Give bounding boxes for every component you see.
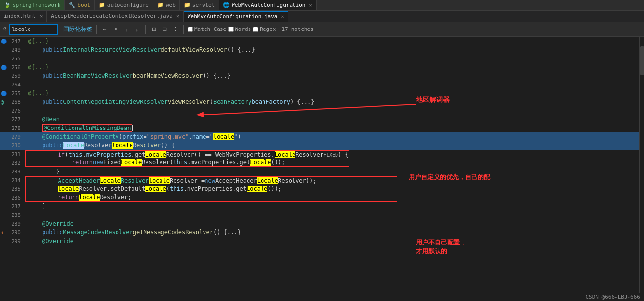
words-checkbox[interactable]	[228, 27, 234, 32]
code-line-259: public BeanNameViewResolver beanNameView…	[24, 72, 639, 80]
code-line-265: @{...}	[24, 89, 639, 98]
code-line-264	[24, 80, 639, 89]
folder-icon: 📁	[99, 2, 105, 8]
gutter-285: 285	[0, 185, 24, 193]
code-line-284: AcceptHeader Locale Resolver locale Reso…	[25, 176, 397, 185]
matches-count: 17 matches	[281, 26, 313, 32]
regex-option[interactable]: Regex	[253, 26, 276, 32]
vertical-scrollbar[interactable]	[639, 37, 644, 301]
code-line-280: public Locale Resolver locale R esolver …	[24, 141, 639, 150]
gutter-283: 283	[0, 167, 24, 176]
boot-icon: 🔧	[69, 2, 75, 8]
file-tab-acceptheader[interactable]: AcceptHeaderLocaleContextResolver.java ✕	[47, 11, 184, 22]
code-line-255	[24, 54, 639, 63]
down-btn[interactable]: ↓	[132, 25, 141, 34]
close-acceptheader-tab[interactable]: ✕	[176, 14, 179, 19]
up-btn[interactable]: ↑	[122, 25, 131, 34]
code-line-283: }	[24, 167, 639, 176]
more-btn[interactable]: ⋮	[171, 25, 179, 34]
code-line-289: @Override	[24, 219, 639, 228]
footer-credit: CSDN @666-LBJ-666	[582, 293, 644, 301]
gutter-299: 299	[0, 237, 24, 245]
code-line-277: @Bean	[24, 115, 639, 124]
locale-highlight-280-method: locale	[112, 142, 132, 149]
gutter-282: 282	[0, 158, 24, 167]
gutter-265: 🔵265	[0, 89, 24, 98]
search-toolbar: 🖨 国际化标签 ← ✕ ↑ ↓ ⊞ ⊟ ⋮ Match Case Words R…	[0, 22, 644, 37]
locale-highlight-279: locale	[213, 133, 234, 140]
tab-springframework[interactable]: 🍃 springframework	[0, 0, 65, 11]
code-line-268: public ContentNegotiatingViewResolver vi…	[24, 98, 639, 106]
code-line-282: return new Fixed Locale Resolver( this .…	[25, 158, 349, 167]
collapse-btn[interactable]: ⊟	[160, 25, 169, 34]
regex-checkbox[interactable]	[253, 27, 258, 32]
code-line-276	[24, 106, 639, 115]
code-line-249: public InternalResourceViewResolver defa…	[24, 45, 639, 54]
close-webmvc-tab[interactable]: ✕	[309, 2, 312, 8]
gutter-276: 276	[0, 106, 24, 115]
gutter-279: 279	[0, 132, 24, 141]
tab-autoconfigure[interactable]: 📁 autoconfigure	[95, 0, 153, 11]
fold-247[interactable]: 🔵	[1, 39, 7, 44]
gutter-277: 277	[0, 115, 24, 124]
gutter-288: 288	[0, 211, 24, 219]
cursor	[132, 125, 133, 131]
match-case-option[interactable]: Match Case	[188, 26, 226, 32]
gutter-281: 281	[0, 150, 24, 158]
code-line-278: @ConditionalOnMissingBean	[24, 124, 639, 132]
prev-match-btn[interactable]: ←	[101, 25, 109, 34]
gutter-289: 289	[0, 219, 24, 228]
toolbar-separator-1	[96, 25, 97, 34]
print-icon: 🖨	[2, 26, 7, 32]
editor-area: 🔵247 249 255 🔵256 259 264 🔵265 @268 276 …	[0, 37, 644, 301]
words-option[interactable]: Words	[228, 26, 251, 32]
gutter-284: 284	[0, 176, 24, 185]
scroll-thumb[interactable]	[640, 46, 644, 75]
springframework-icon: 🍃	[4, 2, 11, 8]
toolbar-separator-3	[183, 25, 184, 34]
folder-icon-web: 📁	[157, 2, 164, 8]
gutter-256: 🔵256	[0, 63, 24, 72]
conditional-on-missing-bean: @ConditionalOnMissingBean	[42, 124, 132, 132]
file-tab-bar: index.html ✕ AcceptHeaderLocaleContextRe…	[0, 11, 644, 22]
gutter-287: 287	[0, 202, 24, 211]
java-file-icon: 🌐	[223, 2, 230, 8]
folder-icon-servlet: 📁	[184, 2, 190, 8]
code-line-279: @ConditionalOnProperty ( prefix = "sprin…	[24, 132, 639, 141]
code-line-247: @{...}	[24, 37, 639, 45]
code-content: @{...} public InternalResourceViewResolv…	[24, 37, 639, 301]
search-input[interactable]	[12, 26, 50, 32]
search-box[interactable]	[9, 24, 58, 35]
gutter-286: 286	[0, 193, 24, 202]
code-line-299: @Override	[24, 237, 639, 245]
code-line-256: @{...}	[24, 63, 639, 72]
match-case-checkbox[interactable]	[188, 27, 193, 32]
code-line-286: return locale Resolver;	[25, 193, 397, 202]
tab-boot[interactable]: 🔧 boot	[65, 0, 95, 11]
file-tab-webmvc-config[interactable]: WebMvcAutoConfiguration.java ✕	[184, 11, 288, 22]
expand-btn[interactable]: ⊞	[149, 25, 158, 34]
close-index-tab[interactable]: ✕	[40, 14, 43, 19]
gutter-249: 249	[0, 45, 24, 54]
gutter-278: 278	[0, 124, 24, 132]
gutter-255: 255	[0, 54, 24, 63]
tab-webmvc[interactable]: 🌐 WebMvcAutoConfiguration ✕	[219, 0, 316, 11]
toolbar-separator-2	[145, 25, 146, 34]
file-tab-index[interactable]: index.html ✕	[0, 11, 47, 22]
path-tab-bar: 🍃 springframework 🔧 boot 📁 autoconfigure…	[0, 0, 644, 11]
code-line-290: public MessageCodesResolver getMessageCo…	[24, 228, 639, 237]
tab-web[interactable]: 📁 web	[153, 0, 180, 11]
annotation-user-default2: 才用默认的	[415, 247, 447, 255]
fold-256[interactable]: 🔵	[1, 65, 7, 70]
close-search-btn[interactable]: ✕	[111, 25, 120, 34]
gutter-268: @268	[0, 98, 24, 106]
gutter-259: 259	[0, 72, 24, 80]
fold-265[interactable]: 🔵	[1, 91, 7, 96]
close-webmvc-config-tab[interactable]: ✕	[281, 14, 284, 19]
line-number-gutter: 🔵247 249 255 🔵256 259 264 🔵265 @268 276 …	[0, 37, 24, 301]
code-line-285: locale Resolver.setDefault Locale ( this…	[25, 185, 397, 193]
code-line-288	[24, 211, 639, 219]
gutter-247: 🔵247	[0, 37, 24, 45]
tab-servlet[interactable]: 📁 servlet	[180, 0, 219, 11]
chinese-label: 国际化标签	[63, 25, 92, 33]
